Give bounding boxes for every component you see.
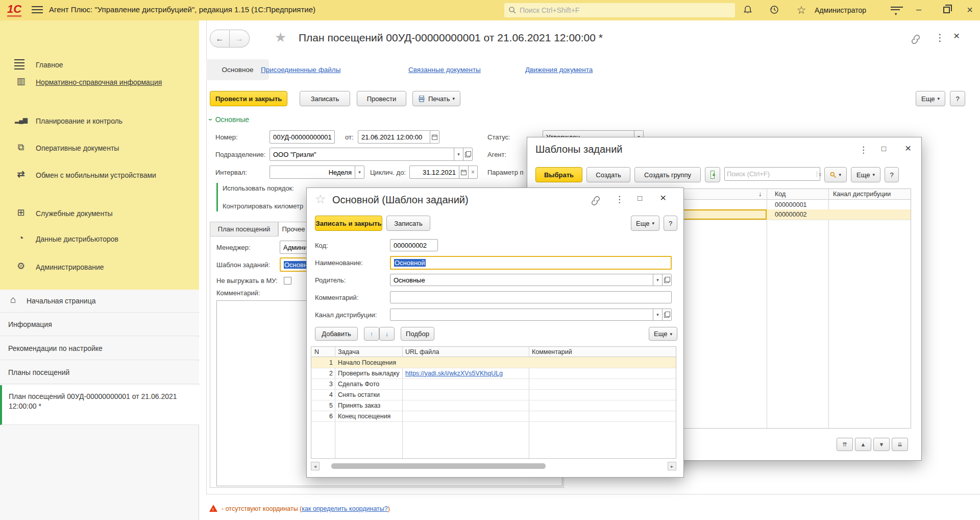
task-row[interactable]: 6 Конец посещения [311, 411, 676, 421]
dialog-help-button[interactable]: ? [885, 167, 899, 182]
column-comment[interactable]: Комментарий [532, 348, 572, 356]
column-url[interactable]: URL файла [405, 348, 439, 356]
interval-combo[interactable]: Неделя ▾ [270, 166, 364, 179]
task-row[interactable]: 1 Начало Посещения [311, 357, 676, 368]
post-button[interactable]: Провести [357, 91, 406, 106]
favorite-star-icon[interactable]: ☆ [315, 192, 326, 206]
channel-combo[interactable]: ▾ [390, 309, 672, 321]
parent-combo[interactable]: Основные ▾ [390, 274, 672, 286]
maximize-icon[interactable]: □ [638, 194, 642, 202]
link-icon[interactable] [911, 35, 921, 44]
dropdown-icon[interactable]: ▾ [653, 309, 662, 320]
more-menu-icon[interactable]: ⋮ [859, 145, 868, 155]
calendar-icon[interactable] [430, 131, 439, 143]
sidebar-item-planning[interactable]: ▂▄▆ Планирование и контроль [0, 116, 199, 126]
sidebar-item-distributors[interactable]: ◔ Данные дистрибьюторов [0, 234, 199, 244]
go-to-bottom-button[interactable]: ⇊ [892, 438, 908, 451]
group-osnovnye[interactable]: ›Основные [210, 115, 249, 124]
sidebar-item-mobile-exchange[interactable]: ⇄ Обмен с мобильными устройствами [0, 171, 199, 180]
document-more-button[interactable]: Еще▾ [916, 91, 945, 106]
save-button[interactable]: Записать [386, 216, 430, 231]
search-input[interactable] [520, 6, 731, 14]
column-n[interactable]: N [314, 348, 319, 356]
tab-linked-documents[interactable]: Связанные документы [408, 66, 481, 74]
favorites-star-icon[interactable]: ☆ [795, 5, 807, 16]
table-more-button[interactable]: Еще▾ [649, 327, 677, 341]
create-group-button[interactable]: Создать группу [634, 167, 701, 182]
tab-main[interactable]: Основное [206, 59, 269, 80]
column-code[interactable]: Код [771, 191, 786, 198]
forward-button[interactable]: → [230, 30, 250, 48]
scrollbar-thumb[interactable] [331, 463, 546, 469]
favorite-star-icon[interactable]: ★ [275, 30, 286, 45]
tasks-table-header[interactable]: N Задача URL файла Комментарий [311, 347, 676, 357]
dropdown-icon[interactable]: ▾ [454, 148, 463, 160]
no-upload-checkbox[interactable] [284, 277, 291, 285]
dialog-search-input[interactable] [727, 170, 817, 178]
clear-search-icon[interactable]: x [817, 171, 823, 177]
sort-descending-icon[interactable]: ↓ [758, 191, 762, 198]
sidebar-item-visit-plans[interactable]: Планы посещений [0, 361, 199, 384]
service-menu-icon[interactable]: ▾ [891, 7, 903, 15]
code-field[interactable]: 000000002 [390, 239, 438, 251]
notifications-bell-icon[interactable] [743, 5, 755, 16]
more-menu-icon[interactable]: ⋮ [935, 32, 945, 43]
sidebar-item-operative-docs[interactable]: ⧉ Оперативные документы [0, 144, 199, 153]
create-button[interactable]: Создать [586, 167, 630, 182]
search-settings-button[interactable]: ▾ [824, 167, 847, 182]
date-field[interactable]: 21.06.2021 12:00:00 [358, 130, 439, 144]
dialog-more-button[interactable]: Еще▾ [851, 167, 880, 182]
move-up-button[interactable]: ▲ [855, 438, 871, 451]
tab-visit-plan[interactable]: План посещений [210, 222, 278, 237]
close-icon[interactable]: × [905, 142, 911, 154]
tab-document-movements[interactable]: Движения документа [525, 66, 593, 74]
division-combo[interactable]: ООО "Гризли" ▾ [270, 148, 473, 161]
comment-field[interactable] [390, 291, 672, 303]
scroll-left-icon[interactable]: ◂ [311, 462, 320, 470]
window-close-button[interactable]: × [964, 4, 976, 16]
sidebar-item-glavnoe[interactable]: Главное [0, 60, 199, 70]
maximize-icon[interactable]: □ [881, 144, 886, 153]
item-help-button[interactable]: ? [664, 216, 677, 231]
write-button[interactable]: Записать [300, 91, 350, 106]
window-minimize-button[interactable]: – [913, 4, 925, 15]
task-row[interactable]: 2 Проверить выкладку https://yadi.sk/i/w… [311, 368, 676, 379]
clear-icon[interactable]: × [468, 166, 477, 178]
open-ref-icon[interactable] [662, 274, 671, 286]
calendar-icon[interactable] [459, 166, 468, 178]
sidebar-item-administration[interactable]: ⚙ Администрирование [0, 263, 199, 272]
current-user[interactable]: Администратор [815, 6, 866, 14]
tasks-table[interactable]: N Задача URL файла Комментарий 1 Начало … [311, 346, 676, 459]
move-down-button[interactable]: ▼ [873, 438, 890, 451]
document-help-button[interactable]: ? [950, 91, 965, 106]
create-new-item-button[interactable]: + [705, 167, 720, 182]
more-menu-icon[interactable]: ⋮ [615, 194, 624, 205]
sidebar-item-recommendations[interactable]: Рекомендации по настройке [0, 337, 199, 360]
dropdown-icon[interactable]: ▾ [355, 166, 364, 178]
number-field[interactable]: 00УД-00000000001 [270, 130, 335, 144]
move-row-up-button[interactable]: ↑ [364, 327, 379, 341]
tab-attached-files[interactable]: Присоединенные файлы [261, 66, 340, 74]
print-button[interactable]: Печать▾ [412, 91, 460, 106]
sidebar-item-information[interactable]: Информация [0, 313, 199, 336]
sidebar-item-nsi[interactable]: ▥ Нормативно-справочная информация [0, 78, 199, 87]
main-menu-icon[interactable] [32, 6, 43, 14]
item-more-button[interactable]: Еще▾ [631, 216, 659, 231]
open-ref-icon[interactable] [463, 148, 472, 160]
name-field[interactable]: Основной [390, 256, 672, 270]
open-ref-icon[interactable] [662, 309, 671, 320]
task-row[interactable]: 5 Принять заказ [311, 400, 676, 411]
cyclic-date-field[interactable]: 31.12.2021 × [409, 166, 478, 179]
global-search[interactable] [504, 3, 735, 17]
sidebar-item-service-docs[interactable]: ⊞ Служебные документы [0, 209, 199, 219]
how-to-define-coordinates-link[interactable]: как определить координаты? [302, 505, 388, 512]
back-button[interactable]: ← [210, 30, 230, 48]
document-close-icon[interactable]: × [953, 30, 960, 42]
go-to-top-button[interactable]: ⇈ [837, 438, 853, 451]
tab-other[interactable]: Прочее [278, 222, 309, 237]
sidebar-item-current-document[interactable]: План посещений 00УД-00000000001 от 21.06… [0, 385, 199, 425]
dialog-search[interactable]: x [724, 167, 820, 181]
select-button[interactable]: Выбрать [535, 167, 582, 182]
move-row-down-button[interactable]: ↓ [379, 327, 395, 341]
task-row[interactable]: 4 Снять остатки [311, 389, 676, 400]
